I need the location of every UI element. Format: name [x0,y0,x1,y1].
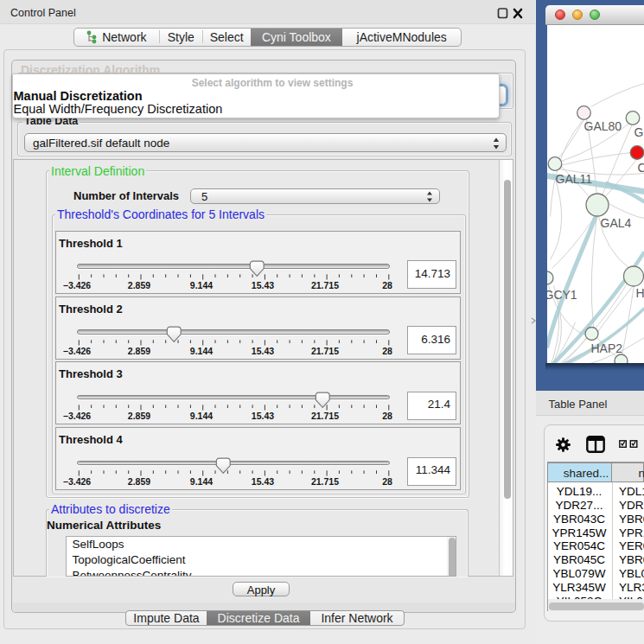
svg-text:C: C [637,160,644,174]
svg-text:GAL80: GAL80 [583,118,622,132]
svg-text:GAL11: GAL11 [555,171,592,185]
svg-text:HAP2: HAP2 [590,341,622,354]
svg-text:GAL4: GAL4 [600,215,631,229]
svg-text:H: H [635,285,644,299]
svg-text:GCY1: GCY1 [547,287,577,301]
svg-text:G.: G. [634,124,644,138]
